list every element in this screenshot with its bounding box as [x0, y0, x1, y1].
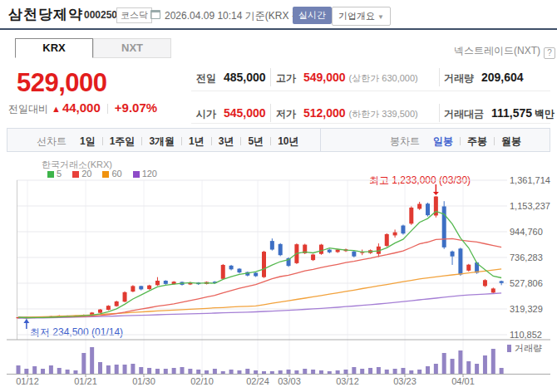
volume-bar[interactable] — [90, 347, 94, 374]
volume-bar[interactable] — [254, 370, 258, 374]
volume-bar[interactable] — [180, 367, 185, 374]
volume-bar[interactable] — [131, 364, 135, 374]
toolbar-period-주봉[interactable]: 주봉 — [467, 135, 487, 147]
volume-bar[interactable] — [352, 367, 356, 374]
volume-bar[interactable] — [360, 369, 364, 374]
candle[interactable] — [262, 252, 266, 277]
tab-nxt[interactable]: NXT — [93, 38, 171, 58]
volume-bar[interactable] — [311, 370, 315, 374]
volume-bar[interactable] — [417, 370, 421, 374]
candle[interactable] — [393, 233, 397, 236]
candle[interactable] — [98, 310, 102, 313]
volume-bar[interactable] — [303, 369, 307, 374]
volume-bar[interactable] — [57, 368, 62, 374]
candle[interactable] — [352, 252, 356, 257]
nextrade-link[interactable]: 넥스트레이드(NXT)? — [454, 44, 555, 59]
volume-bar[interactable] — [49, 365, 53, 374]
volume-bar[interactable] — [17, 365, 21, 374]
candle[interactable] — [451, 252, 455, 257]
volume-bar[interactable] — [155, 369, 160, 374]
volume-bar[interactable] — [106, 365, 111, 374]
candle[interactable] — [319, 245, 323, 254]
candle[interactable] — [254, 272, 258, 276]
volume-bar[interactable] — [188, 369, 192, 374]
candle[interactable] — [442, 206, 446, 247]
volume-bar[interactable] — [32, 366, 37, 374]
candle[interactable] — [426, 203, 430, 215]
toolbar-period-3개월[interactable]: 3개월 — [149, 135, 175, 147]
volume-bar[interactable] — [500, 368, 504, 374]
volume-bar[interactable] — [426, 366, 430, 374]
volume-bar[interactable] — [164, 369, 168, 374]
candle[interactable] — [336, 250, 340, 252]
toolbar-period-1주일[interactable]: 1주일 — [110, 135, 136, 147]
volume-bar[interactable] — [451, 359, 455, 374]
volume-bar[interactable] — [213, 369, 217, 374]
candle[interactable] — [328, 250, 332, 252]
volume-bar[interactable] — [483, 355, 487, 374]
toolbar-period-월봉[interactable]: 월봉 — [501, 135, 521, 147]
candle[interactable] — [106, 306, 111, 310]
volume-bar[interactable] — [205, 370, 209, 374]
candle[interactable] — [483, 280, 487, 286]
volume-bar[interactable] — [344, 370, 348, 374]
volume-bar[interactable] — [287, 370, 291, 374]
volume-bar[interactable] — [294, 370, 298, 374]
candle[interactable] — [466, 265, 471, 271]
candle[interactable] — [123, 292, 127, 301]
volume-bar[interactable] — [319, 370, 323, 374]
tab-krx[interactable]: KRX — [15, 38, 93, 58]
volume-bar[interactable] — [237, 370, 241, 374]
volume-bar[interactable] — [401, 368, 405, 374]
candle[interactable] — [139, 286, 143, 289]
volume-bar[interactable] — [409, 370, 413, 374]
help-icon[interactable]: ? — [544, 47, 555, 59]
volume-bar[interactable] — [377, 367, 381, 374]
candle[interactable] — [270, 241, 274, 249]
volume-bar[interactable] — [328, 371, 332, 374]
toolbar-period-1일[interactable]: 1일 — [80, 135, 96, 147]
toolbar-period-5년[interactable]: 5년 — [248, 135, 264, 147]
volume-bar[interactable] — [81, 353, 86, 374]
volume-bar[interactable] — [442, 353, 446, 374]
volume-bar[interactable] — [115, 365, 119, 374]
volume-bar[interactable] — [278, 370, 283, 374]
volume-bar[interactable] — [172, 368, 176, 374]
candle[interactable] — [311, 254, 315, 260]
volume-bar[interactable] — [147, 368, 151, 374]
toolbar-period-3년[interactable]: 3년 — [219, 135, 234, 147]
volume-bar[interactable] — [98, 362, 102, 374]
volume-bar[interactable] — [393, 369, 397, 374]
volume-bar[interactable] — [245, 369, 249, 374]
toolbar-period-1년[interactable]: 1년 — [189, 135, 205, 147]
volume-bar[interactable] — [41, 369, 45, 374]
candle[interactable] — [458, 248, 462, 274]
candle[interactable] — [221, 265, 225, 279]
candle[interactable] — [229, 266, 234, 269]
volume-bar[interactable] — [336, 370, 340, 374]
candle[interactable] — [115, 301, 119, 306]
candle[interactable] — [491, 288, 495, 292]
candle[interactable] — [278, 244, 283, 255]
volume-bar[interactable] — [491, 349, 495, 374]
volume-bar[interactable] — [466, 361, 471, 374]
candle[interactable] — [237, 269, 241, 272]
candle[interactable] — [417, 204, 421, 209]
volume-bar[interactable] — [262, 371, 266, 374]
toolbar-period-일봉[interactable]: 일봉 — [433, 135, 453, 147]
volume-bar[interactable] — [475, 364, 479, 374]
volume-bar[interactable] — [139, 367, 143, 374]
candle[interactable] — [147, 286, 151, 289]
volume-bar[interactable] — [458, 350, 462, 374]
company-overview-button[interactable]: 기업개요▼ — [332, 7, 391, 26]
candle[interactable] — [401, 226, 405, 234]
candle[interactable] — [164, 281, 168, 284]
volume-bar[interactable] — [221, 371, 225, 374]
volume-bar[interactable] — [434, 364, 438, 374]
volume-bar[interactable] — [385, 370, 389, 374]
volume-bar[interactable] — [270, 371, 274, 374]
candle[interactable] — [409, 208, 413, 223]
volume-bar[interactable] — [73, 370, 77, 374]
volume-bar[interactable] — [368, 368, 372, 374]
toolbar-period-10년[interactable]: 10년 — [278, 135, 298, 147]
